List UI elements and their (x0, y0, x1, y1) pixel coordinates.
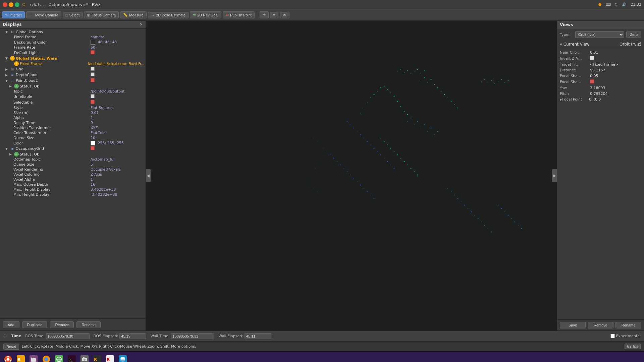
pc2-topic-row[interactable]: Topic /pointcloud/output (0, 89, 146, 94)
taskbar-firefox-icon[interactable] (40, 353, 52, 362)
pc2-unreliable-checkbox[interactable] (91, 94, 95, 98)
grid-row[interactable]: ▶ ⊞ Grid (0, 66, 146, 72)
pc2-selectable-row[interactable]: Selectable (0, 100, 146, 105)
publish-point-button[interactable]: ⊕ Publish Point (223, 11, 255, 18)
wall-elapsed-input[interactable] (245, 333, 271, 339)
og-voxel-rendering-row[interactable]: Voxel Rendering Occupied Voxels (0, 167, 146, 172)
depth-cloud-enabled-checkbox[interactable] (91, 72, 95, 76)
svg-point-3 (377, 91, 378, 92)
viewport[interactable]: ◀ (146, 21, 557, 330)
ros-time-input[interactable] (46, 333, 90, 339)
pc2-pos-transformer-row[interactable]: Position Transformer XYZ (0, 125, 146, 130)
svg-point-103 (397, 71, 398, 71)
window-controls[interactable] (3, 2, 19, 7)
collapse-right-button[interactable]: ▶ (552, 169, 557, 182)
views-remove-button[interactable]: Remove (588, 322, 613, 328)
fixed-frame-row[interactable]: Fixed Frame camera (0, 35, 146, 40)
views-zero-button[interactable]: Zero (626, 32, 641, 38)
og-queue-size-row[interactable]: Queue Size 5 (0, 162, 146, 167)
point-cloud2-row[interactable]: ▼ ∷ PointCloud2 (0, 78, 146, 83)
pc2-size-row[interactable]: Size (m) 0.01 (0, 110, 146, 115)
ros-elapsed-input[interactable] (119, 333, 146, 339)
wall-time-input[interactable] (171, 333, 214, 339)
bg-color-label: Background Color (14, 40, 91, 45)
depth-cloud-checkbox (91, 72, 144, 77)
og-voxel-coloring-value: Z-Axis (91, 172, 144, 177)
taskbar-ubuntu-icon[interactable] (2, 353, 14, 362)
default-light-row[interactable]: Default Light (0, 50, 146, 56)
collapse-left-button[interactable]: ◀ (146, 169, 151, 182)
bg-color-row[interactable]: Background Color 48; 48; 48 (0, 40, 146, 45)
og-voxel-alpha-row[interactable]: Voxel Alpha 1 (0, 177, 146, 182)
global-status-fixed-frame-row[interactable]: ! Fixed Frame No tf data. Actual error: … (0, 61, 146, 66)
occupancy-grid-row[interactable]: ▼ ◈ OccupancyGrid (0, 146, 146, 152)
pc2-alpha-row[interactable]: Alpha 1 (0, 115, 146, 120)
pose-estimate-button[interactable]: → 2D Pose Estimate (148, 12, 189, 18)
global-status-row[interactable]: ▼ ! Global Status: Warn (0, 56, 146, 61)
close-button[interactable] (3, 2, 7, 7)
views-rename-button[interactable]: Rename (615, 322, 641, 328)
og-max-octree-depth-row[interactable]: Max. Octree Depth 16 (0, 182, 146, 187)
pc2-color-transformer-row[interactable]: Color Transformer FlatColor (0, 130, 146, 135)
taskbar-rviz-light-icon[interactable]: R (104, 353, 116, 362)
select-button[interactable]: □ Select (63, 12, 83, 18)
svg-point-20 (434, 84, 435, 85)
taskbar-web-icon[interactable] (53, 353, 65, 362)
invert-z-checkbox[interactable] (590, 56, 594, 60)
grid-enabled-checkbox[interactable] (91, 67, 95, 71)
pc2-style-row[interactable]: Style Flat Squares (0, 105, 146, 110)
svg-point-91 (414, 171, 415, 172)
views-type-select[interactable]: Orbit (rviz) (575, 31, 624, 38)
svg-point-119 (521, 228, 522, 229)
maximize-button[interactable] (15, 2, 19, 7)
taskbar-files-icon[interactable] (28, 353, 40, 362)
measure-button[interactable]: 📏 Measure (120, 11, 147, 18)
og-voxel-coloring-row[interactable]: Voxel Coloring Z-Axis (0, 172, 146, 177)
toolbar-extra-2[interactable]: ≡ (270, 12, 278, 18)
toolbar-extra-3[interactable]: 👁 (280, 12, 289, 18)
pc2-status-row[interactable]: ▶ ✓ Status: Ok (0, 83, 146, 89)
depth-cloud-row[interactable]: ▶ ≋ DepthCloud (0, 72, 146, 78)
pc2-selectable-checkbox[interactable] (91, 100, 95, 104)
rename-display-button[interactable]: Rename (76, 321, 101, 328)
experimental-checkbox[interactable] (610, 334, 615, 338)
toolbar-extra-1[interactable]: ✛ (260, 11, 269, 18)
taskbar-rviz-dark-icon[interactable]: R (91, 353, 103, 362)
point-cloud2-enabled-checkbox[interactable] (91, 78, 95, 82)
og-max-height-row[interactable]: Max. Height Display 3.40282e+38 (0, 187, 146, 192)
taskbar-terminal-icon[interactable]: >_ (66, 353, 78, 362)
pc2-queue-size-row[interactable]: Queue Size 10 (0, 135, 146, 140)
duplicate-display-button[interactable]: Duplicate (22, 321, 48, 328)
remove-display-button[interactable]: Remove (50, 321, 74, 328)
displays-close-button[interactable]: ✕ (140, 22, 143, 27)
reset-button[interactable]: Reset (3, 344, 19, 350)
og-min-height-row[interactable]: Min. Height Display -3.40282e+38 (0, 192, 146, 197)
focus-camera-label: Focus Camera (92, 13, 116, 17)
pc2-style-label: Style (13, 106, 91, 110)
svg-point-112 (498, 205, 498, 205)
pc2-decay-row[interactable]: Decay Time 0 (0, 120, 146, 125)
frame-rate-row[interactable]: Frame Rate 60 (0, 45, 146, 50)
nav-goal-button[interactable]: ⇒ 2D Nav Goal (190, 11, 221, 18)
interact-button[interactable]: ↖ Interact (2, 11, 25, 18)
global-options-row[interactable]: ▼ ⚙ Global Options (0, 29, 146, 35)
taskbar-rviz-yellow-icon[interactable]: R (15, 353, 27, 362)
taskbar-camera-icon[interactable] (78, 353, 91, 362)
occupancy-grid-enabled-checkbox[interactable] (91, 146, 95, 150)
default-light-checkbox[interactable] (91, 50, 95, 54)
og-topic-row[interactable]: Octomap Topic /octomap_full (0, 157, 146, 162)
move-camera-button[interactable]: 🎥 Move Camera (26, 11, 61, 18)
pc2-color-row[interactable]: Color 255; 255; 255 (0, 140, 146, 146)
add-display-button[interactable]: Add (3, 321, 19, 328)
dash-icon: ≡ (273, 13, 275, 17)
focal-sha2-checkbox[interactable] (590, 79, 594, 83)
views-save-button[interactable]: Save (560, 322, 586, 328)
svg-point-70 (458, 198, 459, 199)
minimize-button[interactable] (9, 2, 13, 7)
og-status-row[interactable]: ▶ ✓ Status: Ok (0, 152, 146, 157)
pc2-unreliable-row[interactable]: Unreliable (0, 94, 146, 100)
svg-point-89 (407, 165, 408, 165)
focus-camera-button[interactable]: ◎ Focus Camera (84, 11, 119, 18)
taskbar-database-icon[interactable] (117, 353, 129, 362)
svg-point-118 (518, 225, 519, 226)
